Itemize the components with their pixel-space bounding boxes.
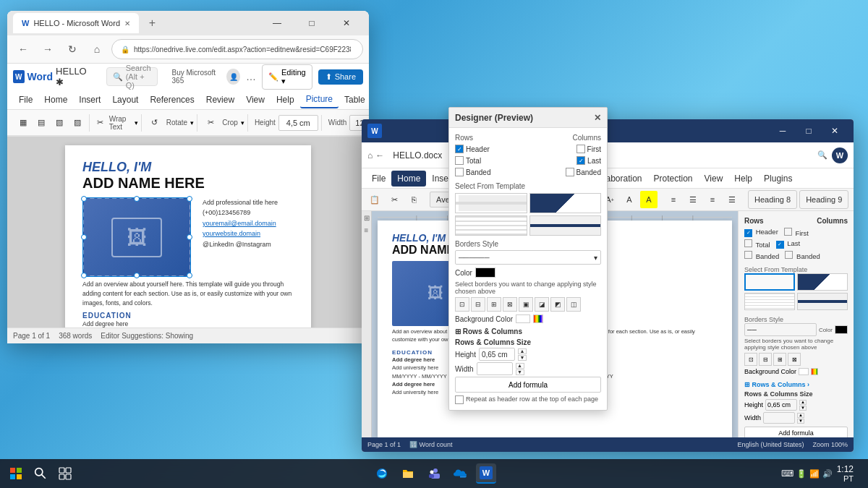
wd-copy-btn[interactable]: ⎘ — [405, 191, 422, 208]
rp-banded1-label[interactable]: Banded — [744, 251, 779, 260]
taskbar-clock[interactable]: 1:12 PT — [837, 464, 854, 483]
rp-formula-btn[interactable]: Add formula — [744, 427, 848, 437]
rp-last-label[interactable]: ✓ Last — [776, 239, 801, 249]
back-btn[interactable]: ← — [13, 39, 33, 59]
wd-minimize-btn[interactable]: ─ — [770, 119, 796, 142]
refresh-btn[interactable]: ↻ — [62, 39, 82, 59]
rp-header-chk[interactable]: ✓ — [744, 229, 752, 237]
header-checkbox[interactable]: ✓ — [455, 145, 464, 153]
menu-review[interactable]: Review — [200, 92, 240, 108]
wd-menu-home[interactable]: Home — [391, 171, 426, 187]
tb-pos3-btn[interactable]: ▧ — [51, 114, 68, 132]
word-online-window[interactable]: W HELLO - Microsoft Word Onli... ✕ + — □… — [7, 11, 369, 343]
rp-color-picker[interactable] — [811, 368, 818, 375]
heading9-btn[interactable]: Heading 9 — [799, 190, 848, 209]
border-btn-1[interactable]: ⊡ — [455, 297, 469, 312]
tb-pos4-btn[interactable]: ▨ — [69, 114, 86, 132]
template-cell-4[interactable] — [529, 215, 602, 236]
rp-border-style-select[interactable]: ── — [744, 323, 817, 336]
rp-border-btn-3[interactable]: ⊞ — [773, 353, 786, 366]
wd-user-avatar[interactable]: W — [832, 147, 848, 163]
browser-close-btn[interactable]: ✕ — [330, 11, 363, 35]
editing-btn[interactable]: ✏️ Editing ▾ — [262, 64, 312, 90]
wrap-dropdown-icon[interactable]: ▾ — [135, 119, 138, 127]
rp-border-btn-1[interactable]: ⊡ — [744, 353, 757, 366]
volume-icon[interactable]: 🔊 — [822, 469, 833, 479]
browser-tab-close-btn[interactable]: ✕ — [124, 20, 130, 27]
menu-references[interactable]: References — [144, 92, 200, 108]
total-check[interactable]: Total — [455, 156, 481, 165]
wd-home-icon[interactable]: ⌂ — [367, 150, 373, 160]
rp-bg-swatch[interactable] — [799, 368, 809, 375]
word-search-box[interactable]: 🔍 Search (Alt + Q) — [106, 67, 158, 86]
menu-picture[interactable]: Picture — [300, 91, 339, 108]
banded-rows-checkbox[interactable] — [455, 168, 464, 176]
rp-banded1-chk[interactable] — [744, 251, 752, 259]
banded-cols-check[interactable]: Banded — [566, 168, 601, 176]
border-btn-7[interactable]: ◩ — [550, 297, 565, 312]
wd-font-color-btn[interactable]: A — [621, 191, 638, 208]
menu-view[interactable]: View — [240, 92, 271, 108]
height-up-btn[interactable]: ▲ — [518, 348, 527, 354]
first-check[interactable]: First — [576, 145, 601, 153]
menu-help[interactable]: Help — [271, 92, 300, 108]
border-btn-6[interactable]: ◪ — [535, 297, 549, 312]
designer-close-btn[interactable]: ✕ — [594, 113, 601, 123]
handle-bm[interactable] — [134, 273, 140, 278]
rp-total-chk[interactable] — [744, 239, 752, 247]
handle-bl[interactable] — [81, 273, 87, 278]
height-size-input[interactable]: 0,65 cm — [479, 348, 515, 361]
rp-rows-cols-toggle[interactable]: ⊞ Rows & Columns › — [744, 381, 848, 388]
wd-menu-help[interactable]: Help — [728, 171, 758, 187]
handle-mr[interactable] — [187, 234, 192, 240]
wd-sidebar-icon-2[interactable]: ≡ — [365, 226, 369, 234]
tb-pos1-btn[interactable]: ▦ — [14, 114, 32, 132]
header-check[interactable]: ✓ Header — [455, 145, 490, 153]
tb-pos2-btn[interactable]: ▤ — [33, 114, 50, 132]
border-btn-4[interactable]: ⊠ — [503, 297, 517, 312]
last-check[interactable]: ✓ Last — [576, 156, 601, 165]
template-cell-3[interactable] — [455, 215, 527, 236]
border-btn-2[interactable]: ⊟ — [471, 297, 485, 312]
rp-tpg-4[interactable] — [797, 293, 848, 310]
start-btn[interactable] — [6, 463, 26, 484]
wd-maximize-btn[interactable]: □ — [796, 119, 822, 142]
wd-word-count-btn[interactable]: 🔢 Word count — [409, 441, 452, 448]
wd-search-icon[interactable]: 🔍 — [817, 150, 827, 160]
browser-maximize-btn[interactable]: □ — [295, 11, 328, 35]
wd-align-left-btn[interactable]: ≡ — [665, 191, 682, 208]
border-style-dropdown[interactable]: ▾ — [594, 254, 597, 262]
wd-menu-file[interactable]: File — [366, 171, 391, 187]
wd-cut-btn[interactable]: ✂ — [386, 191, 403, 208]
taskbar-teams-btn[interactable] — [424, 463, 444, 484]
template-cell-1[interactable] — [455, 193, 527, 213]
rp-h-up[interactable]: ▲ — [799, 400, 807, 405]
wd-menu-view[interactable]: View — [699, 171, 729, 187]
taskbar-word-btn[interactable]: W — [476, 463, 496, 484]
taskbar-edge-btn[interactable] — [372, 463, 392, 484]
photo-placeholder[interactable]: 🖼 — [82, 197, 191, 277]
wd-menu-plugins[interactable]: Plugins — [758, 171, 798, 187]
rows-cols-toggle[interactable]: ⊞ Rows & Columns — [455, 328, 601, 335]
bg-color-swatch[interactable] — [516, 314, 530, 323]
wd-sidebar-icon-1[interactable]: ⊞ — [364, 214, 370, 222]
rp-h-down[interactable]: ▼ — [799, 406, 807, 411]
menu-insert[interactable]: Insert — [73, 92, 106, 108]
rp-first-chk[interactable] — [784, 228, 792, 236]
add-formula-btn[interactable]: Add formula — [455, 377, 601, 393]
width-spinners[interactable]: ▲ ▼ — [516, 363, 524, 375]
height-down-btn[interactable]: ▼ — [518, 355, 527, 361]
rp-tpg-1[interactable] — [744, 273, 795, 291]
word-desktop-window[interactable]: W HELLO.docx ─ □ ✕ ⌂ ← HELLO.docx 🔍 W Fi… — [362, 119, 854, 452]
rp-height-input[interactable]: 0,65 cm — [765, 399, 797, 411]
handle-br[interactable] — [187, 273, 192, 278]
rp-banded2-chk[interactable] — [785, 251, 793, 259]
wifi-icon[interactable]: 📶 — [809, 469, 820, 479]
menu-file[interactable]: File — [13, 92, 38, 108]
handle-tl[interactable] — [81, 196, 87, 202]
width-up-btn[interactable]: ▲ — [516, 363, 524, 369]
word-online-filename[interactable]: HELLO ✱ — [56, 66, 92, 87]
color-picker-icon[interactable] — [533, 314, 543, 323]
rp-tpg-3[interactable] — [744, 293, 795, 310]
handle-tr[interactable] — [187, 196, 192, 202]
